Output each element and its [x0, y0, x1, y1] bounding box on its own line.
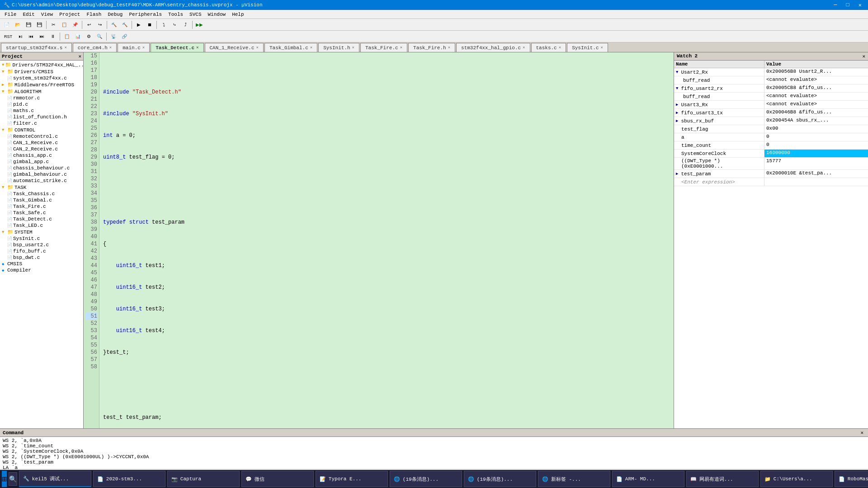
watch-row-testflag[interactable]: test_flag 0x00 — [674, 125, 868, 133]
tree-item-fifo-buff[interactable]: 📄 fifo_buff.c — [6, 248, 82, 254]
tree-item-task-chassis[interactable]: 📄 Task_Chassis.c — [6, 191, 82, 197]
taskbar-app-captura[interactable]: 📷 Captura — [167, 471, 240, 487]
t2-btn7[interactable]: ⚙ — [84, 32, 94, 41]
menu-view[interactable]: View — [38, 11, 56, 18]
tab-gimbal-close[interactable]: × — [310, 46, 312, 50]
tree-item-system[interactable]: ▼ 📁 SYSTEM — [1, 229, 82, 235]
menu-svcs[interactable]: SVCS — [187, 11, 204, 18]
tab-gpio[interactable]: stm32f4xx_hal_gpio.c × — [456, 43, 530, 52]
tab-can1-close[interactable]: × — [256, 46, 259, 50]
watch-row-a[interactable]: a 0 — [674, 133, 868, 141]
tab-taskfire-c[interactable]: Task_Fire.c × — [360, 43, 407, 52]
tree-item-sysinit-c[interactable]: 📄 SysInit.c — [6, 235, 82, 242]
watch-header-btns[interactable]: ✕ — [862, 53, 865, 59]
tab-startup-close[interactable]: × — [64, 46, 66, 50]
menu-debug[interactable]: Debug — [105, 11, 125, 18]
taskbar-app-newtab[interactable]: 🌐 新标签 -... — [538, 471, 610, 487]
watch-row-testparam[interactable]: ▶ test_param 0x2000010E &test_pa... — [674, 170, 868, 178]
watch-row-enter-expr[interactable]: <Enter expression> — [674, 178, 868, 186]
watch-row-sbus-rxbuf[interactable]: ▶ sbus_rx_buf 0x200454A sbus_rx_... — [674, 117, 868, 125]
tab-task-detect[interactable]: Task_Detect.c × — [151, 43, 203, 52]
menu-file[interactable]: File — [2, 11, 19, 18]
copy-btn[interactable]: 📋 — [59, 20, 69, 29]
taskbar-app-arm[interactable]: 📄 ARM- MD... — [612, 471, 684, 487]
menu-project[interactable]: Project — [57, 11, 83, 18]
taskbar-app-typora[interactable]: 📝 Typora E... — [316, 471, 388, 487]
tab-taskfire-h[interactable]: Task_Fire.h × — [408, 43, 455, 52]
close-button[interactable]: ✕ — [856, 2, 864, 9]
taskbar-app-explorer[interactable]: 📁 C:\Users\a... — [760, 471, 833, 487]
tree-item-remotecontrol[interactable]: 📄 RemoteControl.c — [6, 133, 82, 140]
code-content[interactable]: #include "Task_Detect.h" #include "SysIn… — [99, 52, 674, 428]
tab-startup[interactable]: startup_stm32f4xx.s × — [1, 43, 72, 52]
tab-core-cm4[interactable]: core_cm4.h × — [73, 43, 117, 52]
tab-main[interactable]: main.c × — [118, 43, 150, 52]
watch-row-dwttype[interactable]: ((DWT_Type *) (0xE0001000... 15777 — [674, 158, 868, 170]
tab-can1[interactable]: CAN_1_Receive.c × — [205, 43, 264, 52]
t2-btn3[interactable]: ⏭ — [37, 32, 47, 41]
t2-btn10[interactable]: 🔗 — [119, 32, 129, 41]
tree-item-maths[interactable]: 📄 maths.c — [6, 108, 82, 114]
undo-btn[interactable]: ↩ — [84, 20, 94, 29]
expand-arrow-icon[interactable]: ▶ — [676, 102, 678, 107]
paste-btn[interactable]: 📌 — [70, 20, 80, 29]
tab-taskfire-c-close[interactable]: × — [400, 46, 402, 50]
menu-peripherals[interactable]: Peripherals — [126, 11, 165, 18]
watch-close-btn[interactable]: ✕ — [862, 54, 865, 59]
cut-btn[interactable]: ✂ — [48, 20, 58, 29]
expand-arrow-icon[interactable]: ▶ — [676, 118, 678, 123]
tab-sysinit-c-close[interactable]: × — [601, 46, 603, 50]
tree-item-drivers-cmsis[interactable]: ▼ 📁 Drivers/CMSIS — [1, 68, 82, 75]
tree-item-bsp-dwt[interactable]: 📄 bsp_dwt.c — [6, 254, 82, 261]
tree-item-task-gimbal[interactable]: 📄 Task_Gimbal.c — [6, 197, 82, 203]
taskbar-search[interactable]: 🔍 — [9, 472, 17, 486]
taskbar-app-stm3[interactable]: 📄 2020-stm3... — [93, 471, 165, 487]
start-button[interactable]: ⊞ — [2, 471, 7, 487]
build-all-btn[interactable]: 🔨 — [120, 20, 130, 29]
debug-btn[interactable]: ▶ — [134, 20, 144, 29]
tree-item-compiler[interactable]: ◆ Compiler — [1, 267, 82, 273]
t2-btn8[interactable]: 🔍 — [94, 32, 104, 41]
tab-gimbal[interactable]: Task_Gimbal.c × — [264, 43, 317, 52]
t2-btn4[interactable]: ⏸ — [48, 32, 58, 41]
taskbar-app-youdao[interactable]: 📖 网易有道词... — [686, 471, 759, 487]
tab-sysinit-h-close[interactable]: × — [352, 46, 354, 50]
menu-help[interactable]: Help — [229, 11, 246, 18]
tree-item-task-led[interactable]: 📄 Task_LED.c — [6, 222, 82, 229]
watch-row-buff-read-2[interactable]: buff_read <cannot evaluate> — [674, 93, 868, 101]
new-file-btn[interactable]: 📄 — [2, 20, 12, 29]
t2-btn9[interactable]: 📡 — [108, 32, 118, 41]
t2-btn1[interactable]: ⏯ — [15, 32, 25, 41]
tree-item-chassis-beh[interactable]: 📄 chassis_behaviour.c — [6, 165, 82, 171]
project-close-icon[interactable]: ✕ — [78, 53, 81, 59]
tree-item-filter[interactable]: 📄 filter.c — [6, 120, 82, 127]
taskbar-app-keil[interactable]: 🔧 keil5 调试... — [19, 471, 91, 487]
title-bar-controls[interactable]: — □ ✕ — [831, 2, 864, 9]
project-header-buttons[interactable]: ✕ — [78, 53, 81, 59]
tab-gpio-close[interactable]: × — [523, 46, 525, 50]
tree-item-cmsis[interactable]: ◆ CMSIS — [1, 261, 82, 267]
watch-row-fifo-usart2rx[interactable]: ▼ fifo_usart2_rx 0x20005CB8 &fifo_us... — [674, 84, 868, 93]
watch-row-usart3rx[interactable]: ▶ Usart3_Rx <cannot evaluate> — [674, 101, 868, 109]
tab-taskfire-h-close[interactable]: × — [448, 46, 450, 50]
expand-arrow-icon[interactable]: ▶ — [676, 110, 678, 115]
tree-item-lof[interactable]: 📄 list_of_function.h — [6, 114, 82, 120]
tab-main-close[interactable]: × — [142, 46, 145, 50]
run-btn[interactable]: ▶▶ — [194, 20, 204, 29]
t2-btn5[interactable]: 📋 — [62, 32, 72, 41]
tree-item-drivers-hal[interactable]: ▼ 📁 Drivers/STM32F4xx_HAL_... — [1, 61, 82, 68]
tree-item-can1rcv[interactable]: 📄 CAN_1_Receive.c — [6, 140, 82, 146]
watch-row-usart2rx[interactable]: ▼ Usart2_Rx 0x200056B8 Usart2_R... — [674, 68, 868, 76]
taskbar-app-chrome1[interactable]: 🌐 (19条消息)... — [390, 471, 462, 487]
taskbar-app-robomaster[interactable]: 📄 RoboMast... — [835, 471, 868, 487]
tree-item-can2rcv[interactable]: 📄 CAN_2_Receive.c — [6, 146, 82, 152]
minimize-button[interactable]: — — [831, 2, 840, 9]
tree-item-rmmotor[interactable]: 📄 rmmotor.c — [6, 95, 82, 101]
command-close-btn[interactable]: ✕ — [859, 430, 865, 436]
tree-item-task[interactable]: ▼ 📁 TASK — [1, 184, 82, 191]
taskbar-app-chrome2[interactable]: 🌐 (19条消息)... — [464, 471, 536, 487]
tree-item-gimbal-beh[interactable]: 📄 gimbal_behaviour.c — [6, 171, 82, 178]
t2-btn6[interactable]: 📊 — [73, 32, 83, 41]
menu-edit[interactable]: Edit — [20, 11, 37, 18]
tree-item-control[interactable]: ▼ 📁 CONTROL — [1, 127, 82, 133]
